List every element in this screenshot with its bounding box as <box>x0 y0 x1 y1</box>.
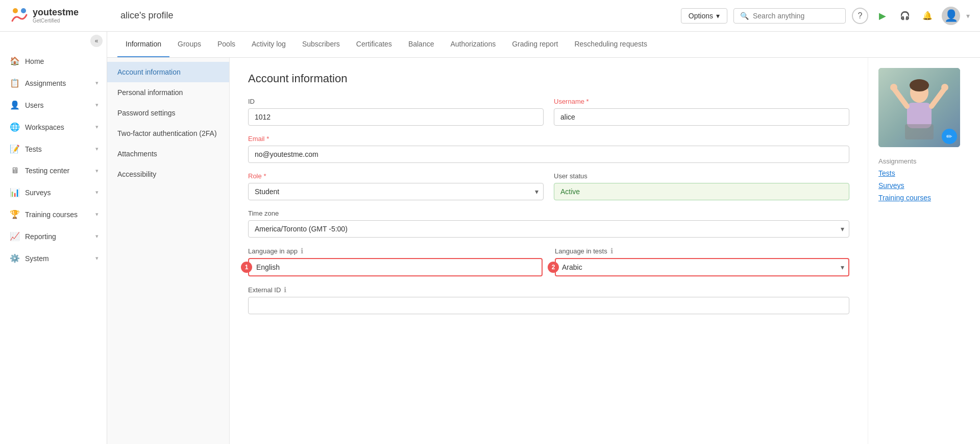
profile-dropdown-arrow[interactable]: ▾ <box>966 12 970 20</box>
right-panel: ✏ Assignments Tests Surveys Training cou… <box>868 58 980 444</box>
sidebar-item-surveys[interactable]: 📊 Surveys ▾ <box>0 181 107 203</box>
profile-image-wrapper: ✏ <box>878 68 960 147</box>
tab-activity-log[interactable]: Activity log <box>243 32 294 57</box>
search-input[interactable] <box>753 12 839 20</box>
menu-item-account-information[interactable]: Account information <box>107 62 229 82</box>
tab-balance[interactable]: Balance <box>400 32 443 57</box>
label-timezone: Time zone <box>248 209 849 217</box>
sidebar-label-training-courses: Training courses <box>25 211 90 219</box>
edit-icon: ✏ <box>946 132 952 141</box>
sidebar-item-testing-center[interactable]: 🖥 Testing center ▾ <box>0 160 107 181</box>
sidebar-item-tests[interactable]: 📝 Tests ▾ <box>0 138 107 160</box>
sidebar-item-home[interactable]: 🏠 Home <box>0 50 107 72</box>
options-button[interactable]: Options ▾ <box>681 8 727 24</box>
tabs-bar: Information Groups Pools Activity log Su… <box>107 32 980 58</box>
group-timezone: Time zone America/Toronto (GMT -5:00) <box>248 209 849 238</box>
tab-subscribers[interactable]: Subscribers <box>294 32 348 57</box>
tab-certificates[interactable]: Certificates <box>348 32 400 57</box>
sidebar-item-reporting[interactable]: 📈 Reporting ▾ <box>0 225 107 247</box>
input-username[interactable] <box>554 108 849 126</box>
sidebar: « 🏠 Home 📋 Assignments ▾ 👤 Users ▾ 🌐 Wor… <box>0 32 107 444</box>
sidebar-label-surveys: Surveys <box>25 189 90 197</box>
logo-sub: GetCertified <box>33 18 79 24</box>
group-role: Role * Student <box>248 172 544 200</box>
select-role[interactable]: Student <box>248 183 544 200</box>
play-icon[interactable]: ▶ <box>874 8 891 24</box>
workspaces-arrow: ▾ <box>95 124 99 130</box>
edit-photo-button[interactable]: ✏ <box>942 129 957 144</box>
tests-arrow: ▾ <box>95 146 99 152</box>
input-external-id[interactable] <box>248 297 849 314</box>
sidebar-item-system[interactable]: ⚙️ System ▾ <box>0 247 107 269</box>
group-external-id: External ID ℹ <box>248 286 849 314</box>
row-role-status: Role * Student User status <box>248 172 849 200</box>
lang-tests-info-icon[interactable]: ℹ <box>610 247 613 255</box>
input-lang-app[interactable] <box>248 258 543 276</box>
menu-item-attachments[interactable]: Attachments <box>107 144 229 164</box>
form-title: Account information <box>248 72 849 85</box>
tab-groups[interactable]: Groups <box>169 32 209 57</box>
assignments-arrow: ▾ <box>95 80 99 86</box>
assignments-label: Assignments <box>878 157 970 165</box>
avatar[interactable]: 👤 <box>942 7 960 25</box>
badge-1: 1 <box>241 262 252 273</box>
svg-rect-10 <box>905 124 934 139</box>
sidebar-label-testing-center: Testing center <box>25 167 90 175</box>
tab-pools[interactable]: Pools <box>209 32 243 57</box>
sidebar-item-assignments[interactable]: 📋 Assignments ▾ <box>0 72 107 94</box>
tab-information[interactable]: Information <box>117 32 169 57</box>
select-timezone[interactable]: America/Toronto (GMT -5:00) <box>248 220 849 238</box>
lang-app-info-icon[interactable]: ℹ <box>301 247 303 255</box>
link-tests[interactable]: Tests <box>878 169 970 177</box>
select-lang-tests[interactable]: Arabic English <box>555 258 849 276</box>
assignments-icon: 📋 <box>10 78 20 88</box>
link-surveys[interactable]: Surveys <box>878 181 970 190</box>
input-id[interactable] <box>248 108 544 126</box>
sidebar-collapse-button[interactable]: « <box>90 35 103 47</box>
tests-icon: 📝 <box>10 144 20 154</box>
group-username: Username * <box>554 98 849 126</box>
row-email: Email * <box>248 135 849 163</box>
sidebar-label-home: Home <box>25 57 99 65</box>
headset-icon[interactable]: 🎧 <box>897 8 913 24</box>
tab-grading-report[interactable]: Grading report <box>504 32 566 57</box>
link-training-courses[interactable]: Training courses <box>878 194 970 202</box>
label-user-status: User status <box>554 172 849 180</box>
label-email: Email * <box>248 135 849 143</box>
sidebar-label-users: Users <box>25 101 90 109</box>
sidebar-item-training-courses[interactable]: 🏆 Training courses ▾ <box>0 203 107 225</box>
external-id-info-icon[interactable]: ℹ <box>284 286 286 294</box>
timezone-select-wrapper: America/Toronto (GMT -5:00) <box>248 220 849 238</box>
menu-item-password-settings[interactable]: Password settings <box>107 103 229 123</box>
group-lang-tests: Language in tests ℹ 2 Arabic English <box>555 247 849 276</box>
input-user-status[interactable] <box>554 183 849 200</box>
sidebar-collapse-area: « <box>0 32 107 50</box>
group-user-status: User status <box>554 172 849 200</box>
training-courses-icon: 🏆 <box>10 209 20 219</box>
tab-authorizations[interactable]: Authorizations <box>442 32 504 57</box>
chevron-down-icon: ▾ <box>716 12 720 20</box>
svg-point-7 <box>890 84 897 91</box>
reporting-arrow: ▾ <box>95 233 99 240</box>
menu-item-accessibility[interactable]: Accessibility <box>107 164 229 184</box>
help-icon[interactable]: ? <box>852 8 868 24</box>
sidebar-label-reporting: Reporting <box>25 232 90 241</box>
topbar: youtestme GetCertified alice's profile O… <box>0 0 980 32</box>
tab-rescheduling-requests[interactable]: Rescheduling requests <box>566 32 655 57</box>
bell-icon[interactable]: 🔔 <box>919 8 936 24</box>
input-email[interactable] <box>248 146 849 163</box>
testing-center-icon: 🖥 <box>10 166 20 175</box>
menu-item-two-factor[interactable]: Two-factor authentication (2FA) <box>107 123 229 144</box>
menu-item-personal-information[interactable]: Personal information <box>107 82 229 103</box>
system-icon: ⚙️ <box>10 253 20 263</box>
sidebar-label-tests: Tests <box>25 145 90 153</box>
label-username: Username * <box>554 98 849 105</box>
sidebar-item-users[interactable]: 👤 Users ▾ <box>0 94 107 116</box>
lang-tests-label-row: Language in tests ℹ <box>555 247 849 255</box>
page-content: Account information Personal information… <box>107 58 980 444</box>
reporting-icon: 📈 <box>10 231 20 241</box>
sidebar-item-workspaces[interactable]: 🌐 Workspaces ▾ <box>0 116 107 138</box>
username-required: * <box>586 98 589 105</box>
training-courses-arrow: ▾ <box>95 211 99 218</box>
label-lang-app: Language in app <box>248 247 298 255</box>
